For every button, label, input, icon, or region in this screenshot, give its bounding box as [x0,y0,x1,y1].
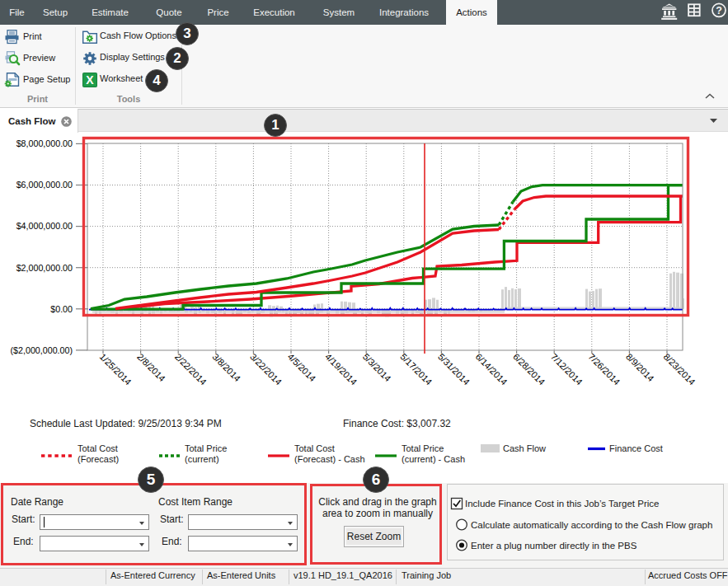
svg-text:8/23/2014: 8/23/2014 [662,351,697,387]
svg-text:5/3/2014: 5/3/2014 [361,351,393,383]
svg-text:$8,000,000.00: $8,000,000.00 [16,138,73,148]
svg-text:2/8/2014: 2/8/2014 [135,351,167,383]
svg-text:7/26/2014: 7/26/2014 [586,351,622,387]
svg-text:3/22/2014: 3/22/2014 [248,351,284,387]
svg-text:4/19/2014: 4/19/2014 [323,351,359,387]
svg-text:6/28/2014: 6/28/2014 [511,351,547,387]
svg-text:X: X [86,73,94,87]
svg-text:$2,000,000.00: $2,000,000.00 [16,263,73,273]
svg-text:6/14/2014: 6/14/2014 [474,351,510,387]
svg-text:4/5/2014: 4/5/2014 [286,351,318,383]
svg-text:2/22/2014: 2/22/2014 [173,351,209,387]
svg-text:$4,000,000.00: $4,000,000.00 [16,221,73,231]
svg-text:5/17/2014: 5/17/2014 [398,351,434,387]
svg-text:($2,000,000.00): ($2,000,000.00) [11,345,73,355]
svg-text:7/12/2014: 7/12/2014 [549,351,585,387]
svg-text:5/31/2014: 5/31/2014 [436,351,472,387]
svg-text:1/25/2014: 1/25/2014 [98,351,134,387]
svg-text:8/9/2014: 8/9/2014 [624,351,656,383]
svg-text:$0.00: $0.00 [50,304,73,314]
svg-text:$6,000,000.00: $6,000,000.00 [16,180,73,190]
svg-text:3/8/2014: 3/8/2014 [210,351,242,383]
